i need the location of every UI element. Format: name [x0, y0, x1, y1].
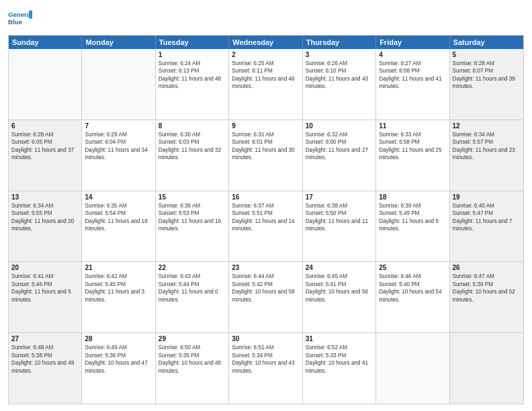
cal-cell-24: 24Sunrise: 6:45 AM Sunset: 5:41 PM Dayli… — [303, 262, 376, 332]
cal-cell-29: 29Sunrise: 6:50 AM Sunset: 5:35 PM Dayli… — [156, 333, 229, 404]
day-number: 4 — [379, 51, 446, 58]
weekday-header-thursday: Thursday — [303, 36, 376, 49]
day-number: 6 — [11, 122, 79, 130]
cal-cell-11: 11Sunrise: 6:33 AM Sunset: 5:58 PM Dayli… — [376, 120, 449, 191]
cell-info: Sunrise: 6:31 AM Sunset: 6:01 PM Dayligh… — [232, 131, 299, 162]
cell-info: Sunrise: 6:42 AM Sunset: 5:45 PM Dayligh… — [85, 273, 152, 304]
day-number: 22 — [159, 264, 226, 271]
calendar-row-3: 20Sunrise: 6:41 AM Sunset: 5:46 PM Dayli… — [9, 261, 523, 332]
calendar-row-4: 27Sunrise: 6:48 AM Sunset: 5:38 PM Dayli… — [9, 332, 523, 404]
cell-info: Sunrise: 6:28 AM Sunset: 6:05 PM Dayligh… — [11, 131, 79, 162]
cal-cell-31: 31Sunrise: 6:52 AM Sunset: 5:33 PM Dayli… — [303, 333, 376, 404]
logo-svg: General Blue — [8, 7, 32, 31]
cell-info: Sunrise: 6:37 AM Sunset: 5:51 PM Dayligh… — [232, 202, 299, 233]
cell-info: Sunrise: 6:35 AM Sunset: 5:54 PM Dayligh… — [85, 202, 152, 233]
svg-text:General: General — [8, 11, 32, 18]
page: General Blue SundayMondayTuesdayWednesda… — [0, 0, 532, 411]
cal-cell-7: 7Sunrise: 6:29 AM Sunset: 6:04 PM Daylig… — [82, 120, 155, 191]
cal-cell-10: 10Sunrise: 6:32 AM Sunset: 6:00 PM Dayli… — [303, 120, 376, 191]
cell-info: Sunrise: 6:48 AM Sunset: 5:38 PM Dayligh… — [11, 344, 79, 375]
calendar: SundayMondayTuesdayWednesdayThursdayFrid… — [8, 35, 524, 404]
cal-cell-15: 15Sunrise: 6:36 AM Sunset: 5:53 PM Dayli… — [156, 191, 229, 262]
cell-info: Sunrise: 6:28 AM Sunset: 6:07 PM Dayligh… — [453, 60, 521, 91]
cal-cell-17: 17Sunrise: 6:38 AM Sunset: 5:50 PM Dayli… — [303, 191, 376, 262]
cal-cell-26: 26Sunrise: 6:47 AM Sunset: 5:39 PM Dayli… — [450, 262, 523, 332]
cal-cell-5: 5Sunrise: 6:28 AM Sunset: 6:07 PM Daylig… — [450, 49, 523, 120]
cal-cell-14: 14Sunrise: 6:35 AM Sunset: 5:54 PM Dayli… — [82, 191, 155, 262]
cal-cell-9: 9Sunrise: 6:31 AM Sunset: 6:01 PM Daylig… — [229, 120, 302, 191]
cell-info: Sunrise: 6:41 AM Sunset: 5:46 PM Dayligh… — [11, 273, 79, 304]
day-number: 13 — [11, 193, 79, 201]
day-number: 15 — [159, 193, 226, 201]
cal-cell-13: 13Sunrise: 6:34 AM Sunset: 5:55 PM Dayli… — [9, 191, 82, 262]
day-number: 28 — [85, 335, 152, 342]
day-number: 17 — [306, 193, 373, 201]
cell-info: Sunrise: 6:36 AM Sunset: 5:53 PM Dayligh… — [159, 202, 226, 233]
day-number: 27 — [11, 335, 79, 342]
day-number: 5 — [453, 51, 521, 58]
cal-cell-empty-4-5 — [376, 333, 449, 404]
day-number: 18 — [379, 193, 446, 201]
weekday-header-sunday: Sunday — [9, 36, 82, 49]
cell-info: Sunrise: 6:49 AM Sunset: 5:36 PM Dayligh… — [85, 344, 152, 375]
cal-cell-18: 18Sunrise: 6:39 AM Sunset: 5:49 PM Dayli… — [376, 191, 449, 262]
cal-cell-empty-0-1 — [82, 49, 155, 120]
cell-info: Sunrise: 6:50 AM Sunset: 5:35 PM Dayligh… — [159, 344, 226, 375]
cal-cell-2: 2Sunrise: 6:25 AM Sunset: 6:11 PM Daylig… — [229, 49, 302, 120]
cell-info: Sunrise: 6:45 AM Sunset: 5:41 PM Dayligh… — [306, 273, 373, 304]
cal-cell-22: 22Sunrise: 6:43 AM Sunset: 5:44 PM Dayli… — [156, 262, 229, 332]
day-number: 14 — [85, 193, 152, 201]
day-number: 2 — [232, 51, 299, 58]
day-number: 23 — [232, 264, 299, 271]
svg-text:Blue: Blue — [8, 18, 22, 26]
cal-cell-20: 20Sunrise: 6:41 AM Sunset: 5:46 PM Dayli… — [9, 262, 82, 332]
cal-cell-empty-0-0 — [9, 49, 82, 120]
day-number: 1 — [159, 51, 226, 58]
day-number: 16 — [232, 193, 299, 201]
cal-cell-8: 8Sunrise: 6:30 AM Sunset: 6:03 PM Daylig… — [156, 120, 229, 191]
calendar-row-2: 13Sunrise: 6:34 AM Sunset: 5:55 PM Dayli… — [9, 191, 523, 262]
day-number: 11 — [379, 122, 446, 130]
cal-cell-30: 30Sunrise: 6:51 AM Sunset: 5:34 PM Dayli… — [229, 333, 302, 404]
day-number: 3 — [306, 51, 373, 58]
day-number: 20 — [11, 264, 79, 271]
cell-info: Sunrise: 6:39 AM Sunset: 5:49 PM Dayligh… — [379, 202, 446, 233]
cell-info: Sunrise: 6:44 AM Sunset: 5:42 PM Dayligh… — [232, 273, 299, 304]
cell-info: Sunrise: 6:38 AM Sunset: 5:50 PM Dayligh… — [306, 202, 373, 233]
cal-cell-25: 25Sunrise: 6:46 AM Sunset: 5:40 PM Dayli… — [376, 262, 449, 332]
weekday-header-friday: Friday — [376, 36, 449, 49]
cell-info: Sunrise: 6:43 AM Sunset: 5:44 PM Dayligh… — [159, 273, 226, 304]
cal-cell-19: 19Sunrise: 6:40 AM Sunset: 5:47 PM Dayli… — [450, 191, 523, 262]
day-number: 10 — [306, 122, 373, 130]
cal-cell-16: 16Sunrise: 6:37 AM Sunset: 5:51 PM Dayli… — [229, 191, 302, 262]
cell-info: Sunrise: 6:30 AM Sunset: 6:03 PM Dayligh… — [159, 131, 226, 162]
calendar-row-1: 6Sunrise: 6:28 AM Sunset: 6:05 PM Daylig… — [9, 120, 523, 191]
cell-info: Sunrise: 6:25 AM Sunset: 6:11 PM Dayligh… — [232, 60, 299, 91]
cell-info: Sunrise: 6:26 AM Sunset: 6:10 PM Dayligh… — [306, 60, 373, 91]
weekday-header-wednesday: Wednesday — [229, 36, 302, 49]
day-number: 9 — [232, 122, 299, 130]
cal-cell-1: 1Sunrise: 6:24 AM Sunset: 6:13 PM Daylig… — [156, 49, 229, 120]
day-number: 12 — [453, 122, 521, 130]
day-number: 25 — [379, 264, 446, 271]
cell-info: Sunrise: 6:52 AM Sunset: 5:33 PM Dayligh… — [306, 344, 373, 375]
cal-cell-empty-4-6 — [450, 333, 523, 404]
cell-info: Sunrise: 6:34 AM Sunset: 5:57 PM Dayligh… — [453, 131, 521, 162]
cell-info: Sunrise: 6:40 AM Sunset: 5:47 PM Dayligh… — [453, 202, 521, 233]
weekday-header-monday: Monday — [82, 36, 155, 49]
weekday-header-tuesday: Tuesday — [156, 36, 229, 49]
day-number: 8 — [159, 122, 226, 130]
cell-info: Sunrise: 6:33 AM Sunset: 5:58 PM Dayligh… — [379, 131, 446, 162]
day-number: 30 — [232, 335, 299, 342]
cal-cell-3: 3Sunrise: 6:26 AM Sunset: 6:10 PM Daylig… — [303, 49, 376, 120]
day-number: 31 — [306, 335, 373, 342]
cal-cell-6: 6Sunrise: 6:28 AM Sunset: 6:05 PM Daylig… — [9, 120, 82, 191]
day-number: 7 — [85, 122, 152, 130]
day-number: 24 — [306, 264, 373, 271]
cal-cell-23: 23Sunrise: 6:44 AM Sunset: 5:42 PM Dayli… — [229, 262, 302, 332]
cal-cell-4: 4Sunrise: 6:27 AM Sunset: 6:08 PM Daylig… — [376, 49, 449, 120]
cell-info: Sunrise: 6:24 AM Sunset: 6:13 PM Dayligh… — [159, 60, 226, 91]
weekday-header-saturday: Saturday — [450, 36, 523, 49]
day-number: 29 — [159, 335, 226, 342]
day-number: 19 — [453, 193, 521, 201]
